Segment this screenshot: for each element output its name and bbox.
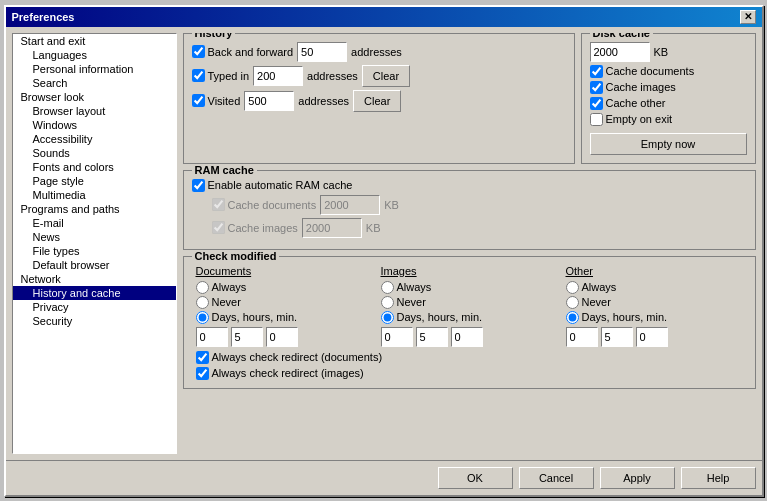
back-forward-checkbox-label[interactable]: Back and forward [192, 45, 294, 58]
cm-images-always-radio[interactable] [381, 281, 394, 294]
cm-other-always-radio[interactable] [566, 281, 579, 294]
apply-button[interactable]: Apply [600, 467, 675, 489]
disk-other-checkbox[interactable] [590, 97, 603, 110]
sidebar-item-page-style[interactable]: Page style [13, 174, 176, 188]
disk-docs-label[interactable]: Cache documents [590, 65, 695, 78]
visited-checkbox[interactable] [192, 94, 205, 107]
cm-docs-always-label[interactable]: Always [196, 281, 373, 294]
sidebar-item-programs-and-paths[interactable]: Programs and paths [13, 202, 176, 216]
redirect-images-label[interactable]: Always check redirect (images) [196, 367, 747, 380]
sidebar-item-browser-layout[interactable]: Browser layout [13, 104, 176, 118]
disk-images-checkbox[interactable] [590, 81, 603, 94]
ram-docs-checkbox[interactable] [212, 198, 225, 211]
history-group: History Back and forward addresses [183, 33, 575, 164]
disk-size-input[interactable] [590, 42, 650, 62]
cm-images-d[interactable] [381, 327, 413, 347]
cm-images-always-label[interactable]: Always [381, 281, 558, 294]
typed-in-input[interactable] [253, 66, 303, 86]
sidebar-item-accessibility[interactable]: Accessibility [13, 132, 176, 146]
back-forward-checkbox[interactable] [192, 45, 205, 58]
sidebar-item-security[interactable]: Security [13, 314, 176, 328]
cm-docs-never-radio[interactable] [196, 296, 209, 309]
sidebar-item-languages[interactable]: Languages [13, 48, 176, 62]
ram-images-kb: KB [366, 222, 381, 234]
ram-docs-row: Cache documents KB [192, 195, 747, 215]
cm-images-h[interactable] [416, 327, 448, 347]
sidebar-item-start-and-exit[interactable]: Start and exit [13, 34, 176, 48]
cm-other-col: Other Always Never Days, h [562, 265, 747, 347]
visited-checkbox-label[interactable]: Visited [192, 94, 241, 107]
sidebar-item-history-and-cache[interactable]: History and cache [13, 286, 176, 300]
close-button[interactable]: ✕ [740, 10, 756, 24]
cm-docs-never-label[interactable]: Never [196, 296, 373, 309]
cm-other-d[interactable] [566, 327, 598, 347]
disk-empty-exit-checkbox[interactable] [590, 113, 603, 126]
visited-input[interactable] [244, 91, 294, 111]
ram-enable-checkbox[interactable] [192, 179, 205, 192]
sidebar-item-search[interactable]: Search [13, 76, 176, 90]
ok-button[interactable]: OK [438, 467, 513, 489]
cm-images-days-label[interactable]: Days, hours, min. [381, 311, 558, 324]
cm-other-h[interactable] [601, 327, 633, 347]
typed-in-clear-button[interactable]: Clear [362, 65, 410, 87]
main-panel: History Back and forward addresses [183, 33, 756, 454]
cm-other-always-label[interactable]: Always [566, 281, 743, 294]
cm-other-m[interactable] [636, 327, 668, 347]
empty-now-button[interactable]: Empty now [590, 133, 747, 155]
cm-other-never-label[interactable]: Never [566, 296, 743, 309]
cm-docs-h[interactable] [231, 327, 263, 347]
cm-docs-dhm [196, 327, 373, 347]
disk-other-row: Cache other [590, 97, 747, 110]
cm-other-days-label[interactable]: Days, hours, min. [566, 311, 743, 324]
sidebar-item-personal-information[interactable]: Personal information [13, 62, 176, 76]
typed-in-checkbox[interactable] [192, 69, 205, 82]
sidebar-item-default-browser[interactable]: Default browser [13, 258, 176, 272]
disk-size-kb: KB [654, 46, 669, 58]
redirect-images-checkbox[interactable] [196, 367, 209, 380]
cm-images-header: Images [381, 265, 558, 277]
ram-images-label[interactable]: Cache images [212, 221, 298, 234]
cm-other-never-radio[interactable] [566, 296, 579, 309]
sidebar-item-e-mail[interactable]: E-mail [13, 216, 176, 230]
cm-docs-days-radio[interactable] [196, 311, 209, 324]
sidebar-item-privacy[interactable]: Privacy [13, 300, 176, 314]
sidebar-item-fonts-and-colors[interactable]: Fonts and colors [13, 160, 176, 174]
help-button[interactable]: Help [681, 467, 756, 489]
cm-images-never-radio[interactable] [381, 296, 394, 309]
sidebar-item-news[interactable]: News [13, 230, 176, 244]
ram-docs-label[interactable]: Cache documents [212, 198, 317, 211]
ram-cache-content: Enable automatic RAM cache Cache documen… [192, 179, 747, 238]
check-modified-content: Documents Always Never Day [192, 265, 747, 380]
disk-images-label[interactable]: Cache images [590, 81, 676, 94]
disk-docs-checkbox[interactable] [590, 65, 603, 78]
redirect-docs-checkbox[interactable] [196, 351, 209, 364]
disk-empty-exit-label[interactable]: Empty on exit [590, 113, 673, 126]
cm-docs-days-label[interactable]: Days, hours, min. [196, 311, 373, 324]
disk-other-label[interactable]: Cache other [590, 97, 666, 110]
sidebar-item-windows[interactable]: Windows [13, 118, 176, 132]
cm-images-never-label[interactable]: Never [381, 296, 558, 309]
cm-other-days-radio[interactable] [566, 311, 579, 324]
cm-docs-always-radio[interactable] [196, 281, 209, 294]
sidebar-item-multimedia[interactable]: Multimedia [13, 188, 176, 202]
history-title: History [192, 33, 236, 39]
typed-in-label: Typed in [208, 70, 250, 82]
sidebar-item-network[interactable]: Network [13, 272, 176, 286]
back-forward-input[interactable] [297, 42, 347, 62]
cm-images-m[interactable] [451, 327, 483, 347]
cm-documents-col: Documents Always Never Day [192, 265, 377, 347]
cm-docs-m[interactable] [266, 327, 298, 347]
visited-clear-button[interactable]: Clear [353, 90, 401, 112]
ram-enable-label[interactable]: Enable automatic RAM cache [192, 179, 353, 192]
cancel-button[interactable]: Cancel [519, 467, 594, 489]
sidebar: Start and exitLanguagesPersonal informat… [12, 33, 177, 454]
ram-images-checkbox[interactable] [212, 221, 225, 234]
redirect-docs-label[interactable]: Always check redirect (documents) [196, 351, 747, 364]
typed-in-checkbox-label[interactable]: Typed in [192, 69, 250, 82]
sidebar-item-sounds[interactable]: Sounds [13, 146, 176, 160]
disk-docs-row: Cache documents [590, 65, 747, 78]
sidebar-item-browser-look[interactable]: Browser look [13, 90, 176, 104]
cm-docs-d[interactable] [196, 327, 228, 347]
cm-images-days-radio[interactable] [381, 311, 394, 324]
sidebar-item-file-types[interactable]: File types [13, 244, 176, 258]
